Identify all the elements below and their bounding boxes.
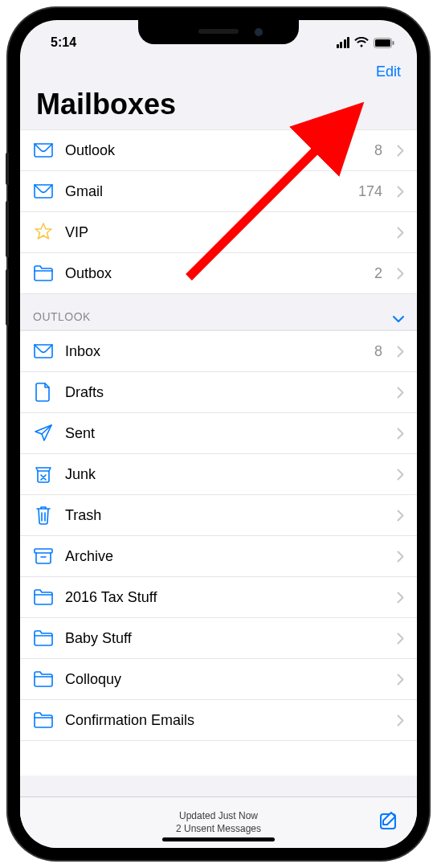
section-title: OUTLOOK <box>33 310 91 323</box>
star-icon <box>33 222 54 243</box>
folder-icon <box>33 628 54 649</box>
wifi-icon <box>354 37 369 48</box>
mailbox-row[interactable]: Junk <box>20 454 417 495</box>
chevron-right-icon <box>397 186 404 198</box>
junk-icon <box>33 464 54 485</box>
section-header-outlook[interactable]: OUTLOOK <box>20 294 417 330</box>
folder-icon <box>33 710 54 731</box>
mailbox-row[interactable]: Drafts <box>20 372 417 413</box>
mailbox-label: Gmail <box>65 183 347 200</box>
chevron-right-icon <box>397 510 404 522</box>
chevron-right-icon <box>397 592 404 604</box>
folder-icon <box>33 669 54 690</box>
doc-icon <box>33 382 54 403</box>
mailbox-count: 8 <box>374 142 382 159</box>
chevron-right-icon <box>397 268 404 280</box>
mailbox-row[interactable]: Colloquy <box>20 659 417 700</box>
mailbox-label: 2016 Tax Stuff <box>65 589 386 606</box>
inbox-icon <box>33 140 54 161</box>
chevron-right-icon <box>397 469 404 481</box>
mailbox-label: Trash <box>65 507 386 524</box>
chevron-right-icon <box>397 145 404 157</box>
mailbox-row[interactable]: Inbox8 <box>20 330 417 372</box>
page-title: Mailboxes <box>36 88 401 121</box>
trash-icon <box>33 505 54 526</box>
notch <box>138 20 299 44</box>
mailbox-row[interactable]: VIP <box>20 212 417 253</box>
screen: 5:14 Edit Mailboxes Outlook8Gmail174VIPO… <box>20 20 417 848</box>
chevron-down-icon <box>393 315 404 323</box>
device-frame: 5:14 Edit Mailboxes Outlook8Gmail174VIPO… <box>8 8 429 860</box>
mailbox-count: 174 <box>358 183 382 200</box>
mailbox-row[interactable]: Outlook8 <box>20 129 417 171</box>
mailbox-list[interactable]: Outlook8Gmail174VIPOutbox2 OUTLOOK Inbox… <box>20 129 417 776</box>
mailbox-row[interactable]: Archive <box>20 536 417 577</box>
compose-button[interactable] <box>378 810 399 831</box>
toolbar-status-line1: Updated Just Now <box>176 810 261 823</box>
mailbox-row[interactable]: Outbox2 <box>20 253 417 294</box>
toolbar-status: Updated Just Now 2 Unsent Messages <box>176 810 261 835</box>
mailbox-row[interactable]: Sent <box>20 413 417 454</box>
chevron-right-icon <box>397 551 404 563</box>
mailbox-row[interactable]: Trash <box>20 495 417 536</box>
mailbox-label: Confirmation Emails <box>65 712 386 729</box>
mailbox-label: Archive <box>65 548 386 565</box>
chevron-right-icon <box>397 346 404 358</box>
chevron-right-icon <box>397 633 404 645</box>
mailbox-row[interactable]: Confirmation Emails <box>20 700 417 741</box>
svg-rect-7 <box>35 549 52 553</box>
home-indicator[interactable] <box>162 837 275 841</box>
mailbox-label: Baby Stuff <box>65 630 386 647</box>
mailbox-label: Outlook <box>65 142 363 159</box>
mailbox-row[interactable]: 2016 Tax Stuff <box>20 577 417 618</box>
mailbox-label: Outbox <box>65 265 363 282</box>
chevron-right-icon <box>397 227 404 239</box>
svg-rect-1 <box>375 39 390 47</box>
edit-button[interactable]: Edit <box>376 63 401 80</box>
chevron-right-icon <box>397 387 404 399</box>
battery-icon <box>374 38 394 48</box>
mailbox-count: 2 <box>374 265 382 282</box>
mailbox-label: Drafts <box>65 384 386 401</box>
inbox-icon <box>33 181 54 202</box>
mailbox-label: Junk <box>65 466 386 483</box>
chevron-right-icon <box>397 674 404 686</box>
archive-icon <box>33 546 54 567</box>
folder-icon <box>33 587 54 608</box>
folder-icon <box>33 263 54 284</box>
mailbox-row[interactable]: Baby Stuff <box>20 618 417 659</box>
mailbox-label: VIP <box>65 224 386 241</box>
toolbar-status-line2: 2 Unsent Messages <box>176 823 261 836</box>
inbox-icon <box>33 341 54 362</box>
mailbox-label: Sent <box>65 425 386 442</box>
mailbox-label: Colloquy <box>65 671 386 688</box>
mailbox-row[interactable]: Gmail174 <box>20 171 417 212</box>
svg-rect-2 <box>393 41 394 45</box>
navigation-bar: Edit Mailboxes <box>20 55 417 129</box>
chevron-right-icon <box>397 428 404 440</box>
chevron-right-icon <box>397 714 404 727</box>
send-icon <box>33 423 54 444</box>
mailbox-count: 8 <box>374 343 382 360</box>
cellular-signal-icon <box>337 37 350 48</box>
mailbox-label: Inbox <box>65 343 363 360</box>
